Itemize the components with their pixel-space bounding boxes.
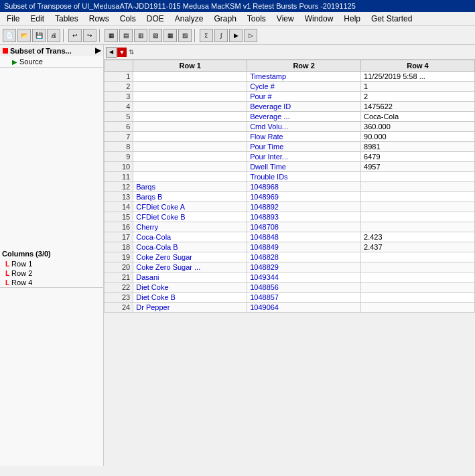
cell-row2[interactable]: Flow Rate [247,132,361,142]
menu-graph[interactable]: Graph [208,13,241,25]
menu-file[interactable]: File [1,13,25,25]
cell-row4[interactable]: 4957 [361,162,475,172]
cell-row1[interactable] [133,82,247,92]
cell-row1[interactable] [133,172,247,182]
toolbar-btn-10[interactable]: ▧ [149,29,162,42]
cell-row4[interactable] [361,192,475,202]
toolbar-btn-3[interactable]: 💾 [32,29,46,42]
toolbar-btn-12[interactable]: ▨ [178,29,192,42]
toolbar-btn-7[interactable]: ▦ [105,29,118,42]
menu-cols[interactable]: Cols [115,13,141,25]
header-row2[interactable]: Row 2 [247,60,361,72]
cell-row4[interactable] [361,262,475,272]
cell-row2[interactable]: Beverage ... [247,112,361,122]
menu-help[interactable]: Help [338,13,366,25]
red-filter-btn[interactable]: ▼ [117,48,127,57]
toolbar-btn-8[interactable]: ▤ [119,29,133,42]
cell-row2[interactable]: Pour Time [247,142,361,152]
cell-row4[interactable]: 360.000 [361,122,475,132]
cell-row2[interactable]: 1048892 [247,202,361,212]
subset-header[interactable]: Subset of Trans... ▶ [0,45,103,56]
cell-row4[interactable] [361,303,475,313]
cell-row4[interactable]: 2 [361,92,475,102]
cell-row4[interactable]: 6479 [361,152,475,162]
cell-row2[interactable]: 1048856 [247,283,361,293]
menu-tools[interactable]: Tools [242,13,271,25]
source-item[interactable]: ▶ Source [0,56,103,67]
cell-row4[interactable]: 11/25/2019 5:58 ... [361,72,475,82]
cell-row4[interactable] [361,172,475,182]
cell-row2[interactable]: 1048828 [247,252,361,262]
cell-row4[interactable] [361,222,475,232]
cell-row4[interactable] [361,252,475,262]
cell-row2[interactable]: 1048893 [247,212,361,222]
cell-row4[interactable]: 1 [361,82,475,92]
toolbar-btn-14[interactable]: ∫ [214,29,228,42]
cell-row2[interactable]: Cycle # [247,82,361,92]
menu-edit[interactable]: Edit [25,13,50,25]
cell-row2[interactable]: Cmd Volu... [247,122,361,132]
cell-row4[interactable] [361,283,475,293]
expand-icon[interactable]: ▶ [95,46,100,55]
cell-row2[interactable]: Beverage ID [247,102,361,112]
cell-row1[interactable]: Diet Coke [133,283,247,293]
cell-row1[interactable]: Dasani [133,272,247,283]
cell-row2[interactable]: Pour Inter... [247,152,361,162]
toolbar-btn-2[interactable]: 📂 [17,29,31,42]
cell-row4[interactable]: 2.423 [361,232,475,242]
cell-row1[interactable]: Cherry [133,222,247,232]
toolbar-btn-4[interactable]: 🖨 [47,29,60,42]
cell-row1[interactable]: Diet Coke B [133,293,247,303]
cell-row1[interactable]: Barqs [133,182,247,192]
sort-icon[interactable]: ⇅ [127,48,136,57]
cell-row1[interactable]: CFDiet Coke A [133,202,247,212]
toolbar-btn-1[interactable]: 📄 [3,29,16,42]
menu-rows[interactable]: Rows [84,13,115,25]
cell-row1[interactable] [133,92,247,102]
header-row1[interactable]: Row 1 [133,60,247,72]
menu-tables[interactable]: Tables [50,13,84,25]
columns-header[interactable]: Columns (3/0) [0,248,103,259]
cell-row1[interactable] [133,122,247,132]
cell-row1[interactable]: Barqs B [133,192,247,202]
toolbar-btn-11[interactable]: ▦ [163,29,177,42]
cell-row2[interactable]: Timestamp [247,72,361,82]
cell-row2[interactable]: Dwell Time [247,162,361,172]
cell-row2[interactable]: 1048857 [247,293,361,303]
cell-row4[interactable]: 8981 [361,142,475,152]
cell-row1[interactable]: Coca-Cola B [133,242,247,252]
cell-row1[interactable] [133,112,247,122]
cell-row2[interactable]: 1049064 [247,303,361,313]
cell-row1[interactable]: Coke Zero Sugar ... [133,262,247,272]
cell-row1[interactable] [133,102,247,112]
toolbar-btn-13[interactable]: Σ [200,29,213,42]
cell-row4[interactable]: 1475622 [361,102,475,112]
cell-row1[interactable]: CFDiet Coke B [133,212,247,222]
cell-row2[interactable]: 1048969 [247,192,361,202]
cell-row1[interactable]: Coke Zero Sugar [133,252,247,262]
toolbar-btn-9[interactable]: ▥ [134,29,147,42]
menu-view[interactable]: View [271,13,299,25]
cell-row2[interactable]: 1048968 [247,182,361,192]
cell-row1[interactable] [133,142,247,152]
cell-row2[interactable]: 1048848 [247,232,361,242]
header-row4[interactable]: Row 4 [361,60,475,72]
cell-row1[interactable] [133,72,247,82]
cell-row2[interactable]: 1048708 [247,222,361,232]
cell-row1[interactable] [133,152,247,162]
cell-row4[interactable] [361,202,475,212]
scroll-left-btn[interactable]: ◀ [106,47,117,58]
cell-row4[interactable] [361,272,475,283]
toolbar-btn-16[interactable]: ▷ [244,29,257,42]
col-row4[interactable]: L Row 4 [0,278,103,287]
menu-doe[interactable]: DOE [141,13,169,25]
cell-row2[interactable]: 1049344 [247,272,361,283]
cell-row4[interactable]: 2.437 [361,242,475,252]
toolbar-btn-5[interactable]: ↩ [68,29,82,42]
cell-row2[interactable]: Trouble IDs [247,172,361,182]
cell-row4[interactable] [361,212,475,222]
cell-row4[interactable] [361,293,475,303]
col-row2[interactable]: L Row 2 [0,268,103,278]
cell-row1[interactable] [133,162,247,172]
cell-row1[interactable] [133,132,247,142]
